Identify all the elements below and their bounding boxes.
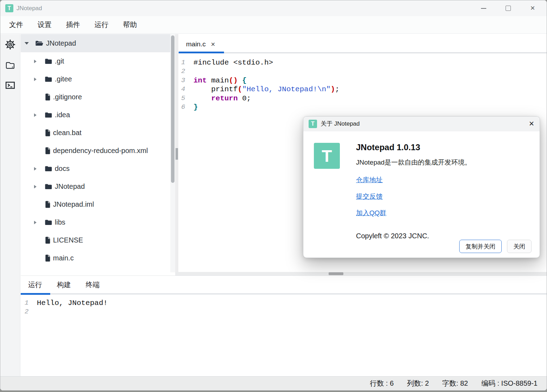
expand-caret-icon[interactable] [34, 221, 40, 224]
editor-tab-bar: main.c ✕ [178, 34, 547, 53]
line-number: 5 [178, 94, 192, 103]
code-line: 3int main() { [178, 76, 547, 85]
tree-item-.idea[interactable]: .idea [21, 106, 170, 124]
dialog-title-bar: T 关于 JNotepad ✕ [303, 117, 540, 131]
tree-scrollbar[interactable] [170, 34, 175, 272]
folder-icon [45, 76, 52, 82]
bottom-tab-terminal[interactable]: 终端 [86, 280, 100, 290]
activity-bar [0, 34, 20, 377]
code-token: #include <stdio.h> [193, 59, 273, 67]
file-tree-items: .git.gitee.gitignore.ideaclean.batdepend… [21, 52, 170, 267]
tree-item-label: .idea [55, 111, 70, 119]
menu-item-file[interactable]: 文件 [9, 20, 23, 29]
tree-item-JNotepad.iml[interactable]: JNotepad.iml [21, 195, 170, 213]
editor-vscroll-thumb[interactable] [176, 148, 178, 160]
tree-item-label: dependency-reduced-pom.xml [53, 147, 148, 155]
terminal-icon[interactable] [5, 80, 16, 91]
tree-item-label: LICENSE [53, 236, 83, 244]
editor-horizontal-scrollbar[interactable] [175, 272, 547, 275]
tree-item-clean.bat[interactable]: clean.bat [21, 124, 170, 142]
output-line-number: 2 [21, 307, 34, 316]
close-window-button[interactable]: ✕ [529, 5, 536, 12]
copy-and-close-button[interactable]: 复制并关闭 [459, 240, 502, 253]
bottom-tab-run[interactable]: 运行 [28, 280, 42, 290]
bottom-tab-build[interactable]: 构建 [57, 280, 71, 290]
dialog-buttons: 复制并关闭关闭 [459, 240, 532, 253]
file-icon [45, 129, 51, 137]
editor-hscroll-thumb[interactable] [329, 272, 343, 275]
code-token: 0; [238, 94, 251, 102]
settings-gear-icon[interactable] [5, 39, 16, 50]
editor-vertical-scrollbar[interactable] [175, 34, 178, 272]
link-repo-address[interactable]: 仓库地址 [356, 175, 383, 185]
code-line: 6} [178, 103, 547, 112]
tree-item-label: clean.bat [53, 129, 81, 137]
code-area[interactable]: 1#include <stdio.h>23int main() {4 print… [178, 53, 547, 112]
minimize-button[interactable] [480, 5, 487, 12]
app-window: T JNotepad ✕ 文件设置插件运行帮助 [0, 0, 547, 391]
expand-caret-icon[interactable] [34, 78, 40, 81]
about-logo-icon: T [314, 143, 340, 169]
tree-item-JNotepad[interactable]: JNotepad [21, 178, 170, 195]
tree-item-label: libs [55, 218, 65, 226]
active-tab-indicator [179, 52, 224, 53]
code-token: printf [193, 85, 238, 93]
tree-scrollbar-thumb[interactable] [171, 35, 174, 183]
expand-caret-icon[interactable] [34, 60, 40, 63]
file-tree-panel: JNotepad .git.gitee.gitignore.ideaclean.… [21, 34, 170, 272]
file-icon [45, 254, 51, 262]
tree-root-item[interactable]: JNotepad [21, 34, 170, 52]
tab-main-c[interactable]: main.c ✕ [178, 40, 222, 52]
bottom-tab-separator [21, 293, 547, 294]
tree-item-docs[interactable]: docs [21, 160, 170, 178]
line-number: 1 [178, 58, 192, 67]
dialog-title: 关于 JNotepad [321, 120, 360, 128]
code-token: ; [335, 85, 340, 93]
code-token: "Hello, JNotepad!\n" [242, 85, 331, 93]
maximize-button[interactable] [505, 5, 512, 12]
about-heading: JNotepad 1.0.13 [356, 142, 540, 152]
tab-close-icon[interactable]: ✕ [211, 41, 215, 48]
files-folder-icon[interactable] [5, 59, 16, 71]
app-logo-icon: T [5, 4, 13, 12]
folder-icon [45, 112, 52, 118]
menu-item-help[interactable]: 帮助 [123, 20, 137, 29]
about-description: JNotepad是一款自由的集成开发环境。 [356, 158, 540, 167]
code-line: 2 [178, 67, 547, 76]
code-text: #include <stdio.h> [193, 58, 273, 67]
dialog-close-icon[interactable]: ✕ [529, 120, 534, 128]
tree-item-LICENSE[interactable]: LICENSE [21, 231, 170, 249]
copyright-text: Copyleft © 2023 JCNC. [356, 232, 540, 240]
menu-bar: 文件设置插件运行帮助 [0, 16, 547, 34]
bottom-tab-bar: 运行构建终端 [21, 276, 547, 293]
code-token [193, 94, 211, 102]
run-output-area[interactable]: 1Hello, JNotepad!2 [21, 294, 547, 317]
tree-item-label: docs [55, 165, 70, 173]
status-encoding: 编码 : ISO-8859-1 [481, 379, 538, 388]
file-icon [45, 237, 51, 244]
tree-item-label: .git [55, 57, 64, 65]
expand-caret-icon[interactable] [34, 185, 40, 188]
tree-item-.gitee[interactable]: .gitee [21, 70, 170, 88]
collapse-caret-icon[interactable] [25, 42, 30, 45]
dialog-logo-icon: T [309, 120, 317, 128]
menu-item-run[interactable]: 运行 [94, 20, 108, 29]
close-button[interactable]: 关闭 [507, 240, 532, 253]
tree-item-label: main.c [53, 254, 74, 262]
status-bar: 行数 : 6列数: 2字数: 82编码 : ISO-8859-1 [0, 376, 547, 390]
expand-caret-icon[interactable] [34, 167, 40, 171]
window-controls: ✕ [480, 5, 547, 12]
menu-item-settings[interactable]: 设置 [38, 20, 52, 29]
line-number: 3 [178, 76, 192, 85]
tree-item-dependency-reduced-pom.xml[interactable]: dependency-reduced-pom.xml [21, 142, 170, 160]
link-join-qq-group[interactable]: 加入QQ群 [356, 208, 387, 218]
menu-item-plugins[interactable]: 插件 [66, 20, 80, 29]
link-submit-feedback[interactable]: 提交反馈 [356, 192, 383, 201]
tree-item-main.c[interactable]: main.c [21, 249, 170, 267]
tree-item-libs[interactable]: libs [21, 213, 170, 231]
desktop: T JNotepad ✕ 文件设置插件运行帮助 [0, 0, 547, 392]
folder-icon [45, 58, 52, 65]
tree-item-.git[interactable]: .git [21, 52, 170, 70]
expand-caret-icon[interactable] [34, 113, 40, 117]
tree-item-.gitignore[interactable]: .gitignore [21, 88, 170, 106]
